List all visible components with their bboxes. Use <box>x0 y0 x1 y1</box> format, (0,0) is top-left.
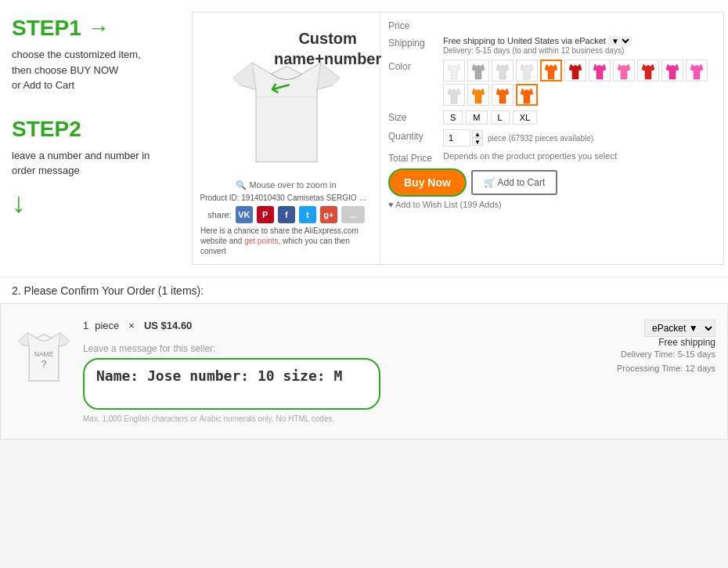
svg-marker-9 <box>569 64 582 79</box>
swatch-7[interactable] <box>492 60 514 81</box>
more-share-button[interactable]: ... <box>341 206 365 223</box>
color-row: Color <box>388 60 715 106</box>
pinterest-button[interactable]: P <box>257 206 274 223</box>
quantity-spinner: ▲ ▼ <box>472 130 483 146</box>
step2-title: STEP2 <box>12 117 81 142</box>
svg-marker-10 <box>593 64 606 79</box>
processing-time-value: 12 days <box>685 364 715 373</box>
svg-marker-6 <box>496 64 509 79</box>
add-to-cart-button[interactable]: 🛒 Add to Cart <box>471 170 557 195</box>
swatch-white[interactable] <box>443 60 465 81</box>
total-price-value: Depends on the product properties you se… <box>443 151 715 161</box>
svg-marker-12 <box>642 64 654 79</box>
order-section-header: 2. Please Confirm Your Order (1 items): <box>0 278 728 303</box>
swatch-light[interactable] <box>516 60 538 81</box>
step1-desc1: choose the customized item, <box>12 47 176 63</box>
get-points-link[interactable]: get points <box>244 237 278 245</box>
epacket-select-container: ePacket ▼ <box>617 320 715 337</box>
step2-desc1: leave a number and number in <box>12 148 176 164</box>
svg-marker-16 <box>472 89 485 103</box>
product-image-section: Customname+number ↙ <box>193 13 380 264</box>
shipping-value: Free shipping to United States via ePack… <box>443 36 715 55</box>
swatch-orange2[interactable] <box>467 84 489 106</box>
svg-marker-11 <box>618 64 630 79</box>
step1-desc3: or Add to Cart <box>12 78 176 93</box>
quantity-input[interactable] <box>443 129 470 147</box>
svg-text:NAME: NAME <box>34 350 53 358</box>
googleplus-button[interactable]: g+ <box>320 206 337 223</box>
epacket-select[interactable]: ePacket ▼ <box>644 320 715 337</box>
main-container: STEP1 → choose the customized item, then… <box>0 0 728 447</box>
swatch-pink3[interactable] <box>661 60 683 81</box>
pieces-info: piece (67932 pieces available) <box>488 134 593 143</box>
facebook-button[interactable]: f <box>278 206 295 223</box>
action-buttons: Buy Now 🛒 Add to Cart <box>388 168 715 197</box>
quantity-label: Quantity <box>388 129 443 142</box>
size-label: Size <box>388 110 443 123</box>
svg-text:?: ? <box>41 358 46 370</box>
svg-marker-15 <box>448 89 460 103</box>
size-m-button[interactable]: M <box>466 110 487 125</box>
quantity-down-button[interactable]: ▼ <box>472 138 483 146</box>
message-box-container: Name: Jose number: 10 size: M Max. 1,000… <box>83 358 609 423</box>
swatch-pink2[interactable] <box>613 60 635 81</box>
svg-marker-13 <box>666 64 679 79</box>
shipping-dropdown[interactable]: ▼ <box>608 36 632 46</box>
order-confirmation: NAME ? 1 piece × US $14.60 Leave a messa… <box>0 303 728 440</box>
processing-time-row: Processing Time: 12 days <box>617 362 715 376</box>
share-text: Here is a chance to share the AliExpress… <box>200 226 372 256</box>
total-price-row: Total Price Depends on the product prope… <box>388 151 715 164</box>
swatch-pink4[interactable] <box>686 60 708 81</box>
delivery-info: Delivery: 5-15 days (to and within 12 bu… <box>443 46 715 55</box>
product-area: Customname+number ↙ <box>192 12 724 265</box>
free-shipping-label: Free shipping <box>617 337 715 348</box>
twitter-button[interactable]: t <box>299 206 316 223</box>
top-section: STEP1 → choose the customized item, then… <box>0 0 728 277</box>
processing-time-label: Processing Time: <box>617 364 683 373</box>
step1-header: STEP1 → choose the customized item, then… <box>12 16 176 93</box>
swatch-orange3[interactable] <box>492 84 514 106</box>
size-xl-button[interactable]: XL <box>513 110 537 125</box>
steps-panel: STEP1 → choose the customized item, then… <box>0 8 188 269</box>
product-details: Price Shipping Free shipping to United S… <box>380 13 723 264</box>
svg-marker-5 <box>472 64 485 79</box>
svg-marker-14 <box>690 64 703 79</box>
svg-marker-21 <box>58 332 68 346</box>
swatch-red1[interactable] <box>564 60 586 81</box>
delivery-time-row: Delivery Time: 5-15 days <box>617 348 715 362</box>
svg-marker-7 <box>521 64 533 79</box>
order-jersey-svg: NAME ? <box>15 318 74 385</box>
swatch-pink1[interactable] <box>589 60 611 81</box>
zoom-label: 🔍 Mouse over to zoom in <box>236 180 336 190</box>
quantity-price-row: 1 piece × US $14.60 <box>83 320 609 331</box>
swatch-num8[interactable] <box>443 84 465 106</box>
step1-title: STEP1 <box>12 16 81 41</box>
vk-button[interactable]: VK <box>236 206 253 223</box>
size-s-button[interactable]: S <box>443 110 463 125</box>
price-row: Price <box>388 19 715 31</box>
wishlist-label[interactable]: ♥ Add to Wish List (199 Adds) <box>388 200 502 209</box>
order-multiply: × <box>128 320 135 331</box>
swatch-gray[interactable] <box>467 60 489 81</box>
delivery-time-value: 5-15 days <box>678 349 715 359</box>
quantity-control: ▲ ▼ piece (67932 pieces available) <box>443 129 715 147</box>
order-middle-section: 1 piece × US $14.60 Leave a message for … <box>83 320 609 423</box>
svg-marker-18 <box>521 89 533 103</box>
swatch-red2[interactable] <box>637 60 659 81</box>
order-price: US $14.60 <box>144 320 192 331</box>
svg-marker-1 <box>232 63 255 89</box>
step1-arrow: → <box>88 16 110 41</box>
wishlist-row: ♥ Add to Wish List (199 Adds) <box>388 200 715 209</box>
free-shipping-text: Free shipping to United States via ePack… <box>443 36 608 45</box>
size-l-button[interactable]: L <box>491 110 510 125</box>
seller-message-label: Leave a message for this seller: <box>83 343 609 354</box>
color-swatches-container <box>443 60 715 106</box>
svg-marker-8 <box>545 64 557 79</box>
step2-desc2: order message <box>12 163 176 179</box>
swatch-selected2[interactable] <box>516 84 538 106</box>
seller-message-input[interactable]: Name: Jose number: 10 size: M <box>83 358 380 410</box>
quantity-up-button[interactable]: ▲ <box>472 130 483 138</box>
swatch-orange[interactable] <box>540 60 562 81</box>
shipping-method-section: ePacket ▼ Free shipping Delivery Time: 5… <box>617 320 715 375</box>
buy-now-button[interactable]: Buy Now <box>388 168 467 197</box>
